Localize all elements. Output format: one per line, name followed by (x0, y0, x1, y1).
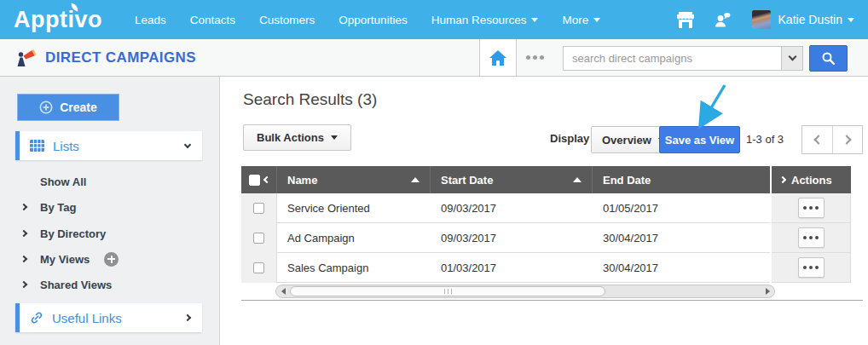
chevron-right-icon (20, 230, 27, 237)
user-name-label: Katie Dustin (778, 13, 842, 26)
user-avatar[interactable] (752, 10, 771, 29)
next-page-button[interactable] (832, 126, 862, 153)
row-checkbox[interactable] (253, 262, 264, 273)
lists-label: Lists (53, 139, 79, 153)
add-view-icon[interactable] (104, 252, 119, 267)
cell-name: Sales Campaign (277, 253, 431, 283)
search-icon (821, 51, 836, 66)
search-area (563, 45, 848, 72)
scroll-left-button[interactable] (277, 286, 289, 296)
column-header-actions[interactable]: Actions (772, 166, 851, 193)
home-icon (489, 49, 507, 66)
arrow-left-icon (281, 288, 286, 295)
chat-user-icon[interactable] (714, 11, 732, 29)
cell-end-date: 30/04/2017 (593, 253, 770, 283)
search-dropdown-button[interactable] (781, 46, 803, 71)
useful-links-icon (30, 311, 43, 325)
nav-item-opportunities[interactable]: Opportunities (327, 14, 419, 26)
results-table: Name Start Date End Date Service Oriente… (241, 166, 770, 283)
chevron-down-icon[interactable] (184, 141, 191, 148)
row-menu-button[interactable] (798, 257, 825, 278)
nav-item-human-resources[interactable]: Human Resources (420, 14, 551, 26)
cell-name: Ad Campaign (277, 223, 431, 253)
caret-down-icon (331, 135, 338, 140)
select-all-cell (241, 166, 277, 193)
caret-down-icon (593, 18, 600, 22)
sidebar-item-by-directory[interactable]: By Directory (0, 224, 220, 243)
main-content: Search Results (3) Bulk Actions Display … (221, 77, 868, 345)
row-menu-button[interactable] (798, 198, 825, 218)
main-nav: Leads Contacts Customers Opportunities H… (123, 14, 612, 26)
select-all-checkbox[interactable] (249, 175, 260, 186)
left-sidebar: Create Lists Show All By Tag By Director… (0, 77, 220, 345)
chevron-down-icon (788, 53, 796, 61)
bulk-actions-button[interactable]: Bulk Actions (243, 124, 351, 151)
row-checkbox[interactable] (253, 233, 264, 244)
row-menu-button[interactable] (798, 227, 825, 248)
column-header-end-date[interactable]: End Date (593, 166, 770, 193)
nav-item-customers[interactable]: Customers (247, 14, 327, 26)
nav-item-more[interactable]: More (550, 14, 612, 26)
top-navigation-bar: Apptivo Leads Contacts Customers Opportu… (0, 0, 868, 39)
save-as-view-button[interactable]: Save as View (659, 126, 740, 153)
search-button[interactable] (809, 45, 848, 72)
app-header-bar: DIRECT CAMPAIGNS (0, 39, 868, 77)
prev-page-button[interactable] (802, 126, 832, 153)
chevron-right-icon (842, 135, 851, 144)
user-menu[interactable]: Katie Dustin (778, 13, 854, 26)
sidebar-item-by-tag[interactable]: By Tag (0, 198, 220, 216)
app-title: DIRECT CAMPAIGNS (15, 39, 196, 76)
sidebar-item-shared-views[interactable]: Shared Views (0, 275, 220, 294)
scroll-right-button[interactable] (761, 286, 773, 296)
table-row[interactable]: Service Oriented 09/03/2017 01/05/2017 (241, 193, 770, 223)
chevron-right-icon (20, 204, 27, 210)
display-label: Display (550, 132, 589, 145)
caret-down-icon (848, 18, 854, 22)
logo-text: Apptivo (14, 7, 102, 32)
panel-bottom-border (241, 300, 863, 301)
annotation-arrow (679, 82, 738, 129)
horizontal-scrollbar[interactable] (275, 285, 775, 298)
lists-icon (30, 140, 44, 152)
pagination (801, 125, 863, 154)
scrollbar-thumb[interactable] (290, 286, 605, 296)
search-input[interactable] (563, 46, 781, 71)
nav-item-leads[interactable]: Leads (123, 14, 178, 26)
actions-cell (772, 253, 851, 283)
row-checkbox[interactable] (253, 203, 264, 214)
apptivo-logo[interactable]: Apptivo (14, 7, 102, 33)
chevron-right-icon (20, 281, 27, 288)
sidebar-item-show-all[interactable]: Show All (0, 172, 220, 191)
cell-end-date: 01/05/2017 (593, 193, 770, 223)
chevron-left-icon (813, 135, 823, 144)
sidebar-item-my-views[interactable]: My Views (0, 250, 220, 268)
chevron-right-icon (779, 176, 786, 183)
chevron-right-icon (184, 314, 191, 321)
chevron-right-icon (20, 256, 27, 262)
nav-item-contacts[interactable]: Contacts (178, 14, 247, 26)
results-title: Search Results (3) (243, 90, 377, 109)
column-header-start-date[interactable]: Start Date (431, 166, 593, 193)
table-row[interactable]: Sales Campaign 01/03/2017 30/04/2017 (241, 253, 770, 283)
apptivo-window: Apptivo Leads Contacts Customers Opportu… (0, 0, 868, 345)
cell-start-date: 01/03/2017 (431, 253, 593, 283)
page-title: DIRECT CAMPAIGNS (45, 49, 196, 66)
cell-start-date: 09/03/2017 (431, 193, 593, 223)
store-icon[interactable] (676, 12, 695, 28)
table-row[interactable]: Ad Campaign 09/03/2017 30/04/2017 (241, 223, 770, 253)
cell-end-date: 30/04/2017 (593, 223, 770, 253)
collapse-icon[interactable] (263, 176, 269, 183)
sidebar-item-useful-links[interactable]: Useful Links (15, 303, 202, 332)
home-button[interactable] (479, 39, 517, 76)
actions-column: Actions (772, 166, 851, 283)
overflow-dots-icon[interactable] (526, 39, 547, 76)
sidebar-item-lists[interactable]: Lists (15, 131, 202, 160)
caret-down-icon (531, 18, 538, 22)
cell-start-date: 09/03/2017 (431, 223, 593, 253)
table-header: Name Start Date End Date (241, 166, 770, 193)
column-header-name[interactable]: Name (277, 166, 431, 193)
topbar-right-tools: Katie Dustin (657, 10, 854, 29)
create-button[interactable]: Create (17, 94, 119, 121)
campaign-icon (15, 48, 38, 67)
sort-asc-icon (411, 177, 420, 182)
